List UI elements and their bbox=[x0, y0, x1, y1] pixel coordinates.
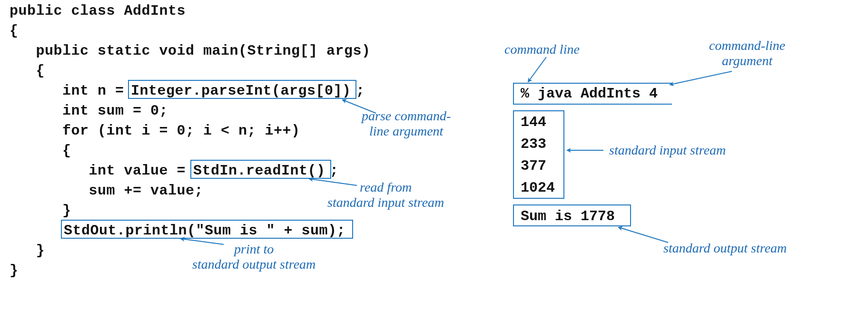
terminal-in4: 1024 bbox=[521, 180, 555, 196]
code-line-1: public class AddInts bbox=[10, 3, 186, 19]
code-line-14: } bbox=[10, 262, 19, 279]
arrow-cmdline bbox=[528, 57, 546, 82]
code-line-11: } bbox=[10, 203, 71, 219]
box-parse-int bbox=[128, 80, 356, 99]
code-line-5a: int n = bbox=[10, 83, 133, 99]
label-print: print to standard output stream bbox=[192, 242, 316, 272]
terminal-in1: 144 bbox=[521, 114, 546, 130]
arrow-cmdarg bbox=[670, 71, 732, 85]
code-line-2: { bbox=[10, 23, 19, 39]
code-line-5c: ; bbox=[356, 83, 365, 99]
label-parse: parse command- line argument bbox=[362, 108, 451, 139]
label-stdout: standard output stream bbox=[663, 241, 787, 256]
terminal-in2: 233 bbox=[521, 136, 546, 152]
code-line-6: int sum = 0; bbox=[10, 103, 168, 119]
code-line-7: for (int i = 0; i < n; i++) bbox=[10, 123, 300, 139]
code-line-10: sum += value; bbox=[10, 183, 203, 199]
label-cmdarg: command-line argument bbox=[709, 38, 785, 68]
code-line-8: { bbox=[10, 143, 71, 159]
label-read: read from standard input stream bbox=[327, 180, 444, 210]
arrow-stdout bbox=[619, 227, 668, 243]
label-stdin: standard input stream bbox=[609, 143, 726, 158]
label-cmdline: command line bbox=[504, 42, 580, 57]
code-line-3: public static void main(String[] args) bbox=[10, 43, 371, 59]
box-println bbox=[61, 220, 353, 239]
code-line-4: { bbox=[10, 63, 45, 79]
terminal-in3: 377 bbox=[521, 158, 546, 174]
code-line-9a: int value = bbox=[10, 163, 195, 179]
code-line-13: } bbox=[10, 243, 45, 259]
terminal-out: Sum is 1778 bbox=[521, 208, 615, 224]
box-readint bbox=[190, 160, 331, 179]
terminal-cmd: % java AddInts 4 bbox=[521, 86, 658, 102]
